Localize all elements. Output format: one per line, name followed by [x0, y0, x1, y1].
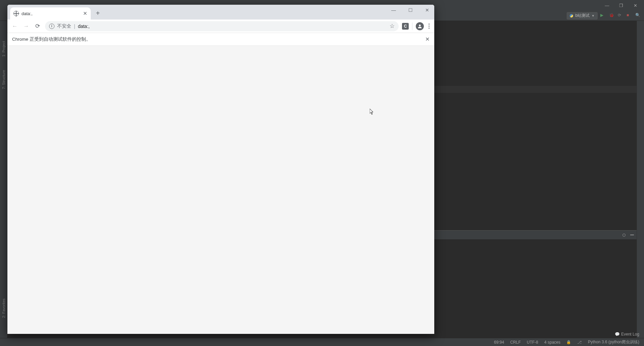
security-warning-label: 不安全 — [57, 23, 71, 29]
chevron-down-icon: ▼ — [592, 14, 595, 18]
url-text: data:, — [78, 24, 90, 29]
browser-tab[interactable]: data:, ✕ — [10, 7, 91, 20]
tab-title: data:, — [22, 11, 33, 16]
forward-button[interactable]: → — [22, 22, 30, 30]
extension-icon[interactable]: C — [402, 23, 409, 30]
reload-button[interactable]: ⟳ — [34, 22, 42, 30]
chrome-maximize-icon[interactable]: ☐ — [405, 6, 415, 14]
readonly-lock-icon[interactable]: 🔒 — [566, 340, 571, 344]
event-log-label: Event Log — [621, 332, 639, 337]
ide-maximize-icon[interactable]: ❐ — [617, 2, 625, 9]
file-encoding[interactable]: UTF-8 — [527, 340, 538, 345]
ide-minimize-icon[interactable]: — — [603, 2, 611, 9]
site-info-icon[interactable]: i — [49, 24, 54, 29]
favorites-tool-label[interactable]: 2: Favorites — [2, 299, 6, 318]
back-button[interactable]: ← — [11, 22, 19, 30]
debug-button-icon[interactable]: 🐞 — [609, 13, 615, 19]
panel-hide-icon[interactable] — [630, 235, 634, 235]
ide-left-tool-strip: 1: Project 7: Structure 2: Favorites — [0, 21, 7, 338]
python-icon — [570, 14, 573, 18]
ide-right-tool-strip — [637, 21, 644, 338]
git-branch-icon[interactable]: ⎇ — [577, 340, 582, 345]
page-content — [7, 46, 434, 334]
stop-button-icon[interactable]: ■ — [627, 13, 633, 19]
chrome-tab-strip: data:, ✕ + — ☐ ✕ — [7, 5, 434, 20]
event-log-button[interactable]: 💬 Event Log — [615, 332, 639, 337]
run-config-label: b站测试 — [575, 13, 590, 19]
new-tab-button[interactable]: + — [93, 8, 103, 18]
project-tool-label[interactable]: 1: Project — [2, 41, 6, 57]
search-everywhere-icon[interactable]: 🔍 — [635, 13, 641, 19]
indent-setting[interactable]: 4 spaces — [544, 340, 560, 345]
infobar-message: Chrome 正受到自动测试软件的控制。 — [12, 36, 91, 42]
chrome-close-icon[interactable]: ✕ — [422, 6, 432, 14]
mouse-cursor-icon — [370, 109, 374, 115]
ide-status-bar: 69:94 CRLF UTF-8 4 spaces 🔒 ⎇ Python 3.6… — [0, 338, 644, 346]
tab-close-icon[interactable]: ✕ — [83, 10, 87, 16]
line-separator[interactable]: CRLF — [510, 340, 521, 345]
python-interpreter[interactable]: Python 3.6 (python爬虫训练) — [588, 339, 639, 345]
event-log-icon: 💬 — [615, 332, 620, 337]
chrome-toolbar: ← → ⟳ i 不安全 | data:, ☆ C — [7, 20, 434, 33]
profile-avatar-icon[interactable] — [416, 22, 424, 30]
toolbar-divider — [412, 23, 412, 30]
globe-icon — [13, 11, 19, 16]
coverage-button-icon[interactable]: ⟳ — [618, 13, 624, 19]
panel-settings-icon[interactable] — [622, 233, 626, 237]
automation-infobar: Chrome 正受到自动测试软件的控制。 ✕ — [7, 33, 434, 46]
caret-position[interactable]: 69:94 — [494, 340, 504, 345]
address-bar[interactable]: i 不安全 | data:, ☆ — [45, 21, 399, 31]
structure-tool-label[interactable]: 7: Structure — [2, 70, 6, 89]
infobar-close-icon[interactable]: ✕ — [425, 36, 430, 42]
chrome-window-controls: — ☐ ✕ — [389, 6, 432, 14]
run-config-dropdown[interactable]: b站测试 ▼ — [567, 12, 598, 20]
chrome-menu-icon[interactable] — [427, 22, 431, 30]
bookmark-star-icon[interactable]: ☆ — [390, 23, 395, 30]
chrome-minimize-icon[interactable]: — — [389, 6, 399, 14]
address-separator: | — [74, 24, 75, 29]
run-button-icon[interactable]: ▶ — [600, 13, 606, 19]
chrome-browser-window: data:, ✕ + — ☐ ✕ ← → ⟳ i 不安全 | data:, ☆ … — [7, 5, 434, 334]
svg-point-0 — [419, 24, 420, 26]
ide-close-icon[interactable]: ✕ — [631, 2, 639, 9]
